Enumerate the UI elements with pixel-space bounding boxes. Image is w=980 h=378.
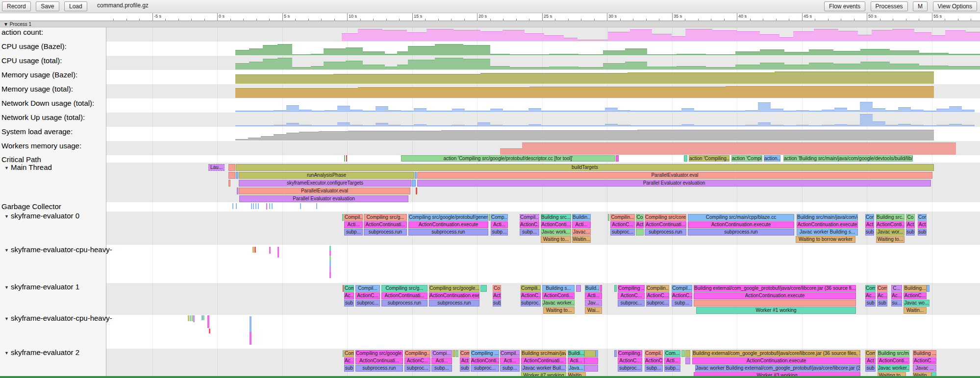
event-bar[interactable]: Javac worker Building external/com_googl… — [695, 365, 860, 372]
event-bar[interactable]: Javac ... — [913, 365, 936, 372]
event-bar[interactable] — [684, 155, 687, 162]
event-bar[interactable]: Compil... — [500, 350, 520, 357]
micro-event-bar[interactable] — [266, 203, 267, 210]
event-bar[interactable]: ActionC... — [904, 292, 927, 299]
micro-event-bar[interactable] — [188, 315, 189, 321]
micro-event-bar[interactable] — [255, 203, 256, 209]
flow-events-button[interactable]: Flow events — [824, 1, 865, 11]
event-bar[interactable]: Ac... — [865, 292, 876, 299]
event-bar[interactable]: ActionConti... — [471, 357, 499, 364]
event-bar[interactable]: Com — [460, 350, 470, 357]
event-bar[interactable] — [236, 172, 238, 179]
event-bar[interactable]: subproc... — [404, 365, 430, 372]
micro-event-bar[interactable] — [277, 247, 279, 258]
event-bar[interactable]: Wai... — [585, 307, 602, 314]
event-bar[interactable]: subproc... — [471, 365, 499, 372]
event-bar[interactable] — [927, 285, 930, 292]
event-bar[interactable]: sub — [865, 300, 876, 307]
event-bar[interactable]: Parallel Evaluator evaluation — [417, 180, 931, 187]
event-bar[interactable]: Compiling src/google... — [355, 350, 403, 357]
event-bar[interactable]: Waiting to... — [876, 236, 905, 243]
micro-event-bar[interactable] — [203, 315, 204, 320]
event-bar[interactable]: ActionContinuation.execute — [688, 221, 794, 228]
event-bar[interactable]: Co — [906, 214, 915, 221]
event-bar[interactable]: ActionContinuation.execute — [797, 221, 858, 228]
event-bar[interactable]: Building external/com_google_protobuf/ja… — [694, 285, 856, 292]
event-bar[interactable]: Java... — [568, 365, 584, 372]
event-bar[interactable]: Waitin... — [904, 307, 927, 314]
track-label-collapsible[interactable]: ▼skyframe-evaluator 1 — [1, 283, 79, 291]
event-bar[interactable]: Building... — [904, 285, 927, 292]
event-bar[interactable]: Compiling src/main/cpp/blaze.cc — [688, 214, 794, 221]
micro-event-bar[interactable] — [250, 316, 251, 332]
event-bar[interactable]: Building src/ma... — [878, 350, 909, 357]
event-bar[interactable]: Act — [493, 292, 501, 299]
event-bar[interactable]: Ac... — [891, 292, 902, 299]
event-bar[interactable]: Worker #1 working — [696, 307, 856, 314]
event-bar[interactable]: subproc... — [646, 300, 669, 307]
event-bar[interactable]: ActionC... — [672, 292, 692, 299]
event-bar[interactable]: Waiting to... — [541, 236, 571, 243]
event-bar[interactable] — [344, 155, 345, 162]
event-bar[interactable]: Javac wo... — [904, 300, 930, 307]
event-bar[interactable]: Acti... — [431, 357, 452, 364]
event-bar[interactable]: Building src... — [876, 214, 905, 221]
event-bar[interactable]: Compiling src/google/protobuf/generat... — [408, 214, 488, 221]
micro-event-bar[interactable] — [236, 203, 237, 209]
micro-event-bar[interactable] — [252, 247, 254, 253]
event-bar[interactable]: Compiling src/core/... — [645, 214, 686, 221]
event-bar[interactable]: subprocess.run — [355, 365, 403, 372]
event-bar[interactable]: subprocess.run — [688, 229, 794, 236]
event-bar[interactable]: Javac work... — [541, 229, 571, 236]
event-bar[interactable]: Lau... — [208, 164, 225, 171]
event-bar[interactable]: C... — [891, 285, 902, 292]
event-bar[interactable]: Comp... — [491, 214, 508, 221]
event-bar[interactable]: Com — [877, 285, 887, 292]
event-bar[interactable]: Building src... — [541, 214, 571, 221]
event-bar[interactable]: sub — [906, 229, 915, 236]
micro-event-bar[interactable] — [258, 203, 259, 209]
event-bar[interactable]: action... — [764, 155, 780, 162]
event-bar[interactable] — [608, 214, 609, 221]
event-bar[interactable]: ActionConti... — [876, 221, 905, 228]
event-bar[interactable]: subp... — [500, 365, 520, 372]
event-bar[interactable]: Building src/main/jav... — [521, 350, 566, 357]
event-bar[interactable]: Compiling src/g... — [364, 214, 407, 221]
event-bar[interactable]: Act — [865, 357, 876, 364]
event-bar[interactable]: sub — [344, 300, 354, 307]
event-bar[interactable]: ActionContinuati... — [521, 357, 566, 364]
micro-event-bar[interactable] — [329, 251, 331, 256]
event-bar[interactable]: Javac worker... — [878, 365, 909, 372]
event-bar[interactable]: ActionC... — [521, 292, 541, 299]
event-bar[interactable]: Waiting to... — [543, 307, 575, 314]
event-bar[interactable]: ActionConti... — [542, 292, 575, 299]
event-bar[interactable]: Ac... — [344, 292, 354, 299]
event-bar[interactable]: Acti... — [500, 357, 520, 364]
event-bar[interactable]: subproc... — [610, 229, 635, 236]
event-bar[interactable] — [600, 285, 602, 292]
event-bar[interactable]: Com — [918, 214, 927, 221]
micro-event-bar[interactable] — [253, 203, 254, 209]
event-bar[interactable]: sub — [493, 300, 501, 307]
event-bar[interactable]: subp... — [645, 365, 663, 372]
event-bar[interactable]: Com... — [664, 350, 680, 357]
event-bar[interactable]: subprocess.run — [645, 229, 686, 236]
event-bar[interactable]: Compiling src/google... — [429, 285, 479, 292]
event-bar[interactable]: Compi... — [431, 350, 452, 357]
event-bar[interactable]: subproc... — [521, 300, 541, 307]
event-bar[interactable]: Compiling... — [618, 350, 642, 357]
micro-event-bar[interactable] — [269, 203, 270, 209]
event-bar[interactable]: ParallelEvaluator.eval — [239, 188, 410, 194]
event-bar[interactable] — [342, 214, 344, 221]
event-bar[interactable]: sub — [918, 229, 927, 236]
event-bar[interactable]: ActionC... — [646, 292, 669, 299]
event-bar[interactable]: Compil... — [520, 214, 539, 221]
event-bar[interactable]: Co — [493, 285, 501, 292]
event-bar[interactable]: ActionC... — [610, 221, 635, 228]
event-bar[interactable]: ActionContinuati... — [381, 292, 427, 299]
event-bar[interactable]: Waiting to borrow worker — [796, 236, 855, 243]
processes-button[interactable]: Processes — [871, 1, 908, 11]
event-bar[interactable]: Buildin... — [572, 214, 591, 221]
event-bar[interactable]: Com — [865, 214, 874, 221]
event-bar[interactable]: subprocess.run — [381, 300, 427, 307]
